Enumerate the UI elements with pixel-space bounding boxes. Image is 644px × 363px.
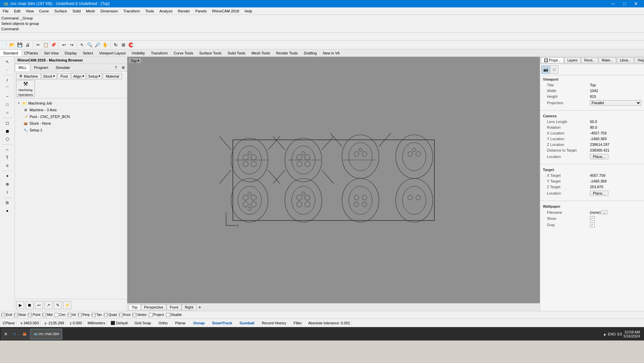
menu-item-mesh[interactable]: Mesh [83, 7, 98, 15]
osnap-btn[interactable]: Osnap [191, 321, 207, 325]
taskbar-firefox[interactable]: 🦊 [19, 329, 30, 339]
cam-help-btn[interactable]: ? [112, 64, 120, 71]
projection-select[interactable]: Parallel Perspective [590, 100, 641, 106]
text-tool[interactable]: T [2, 154, 13, 161]
start-button[interactable]: ⊞ [1, 329, 10, 339]
toolbar-tab-standard[interactable]: Standard [0, 50, 21, 56]
toolbar-tab-surface-tools[interactable]: Surface Tools [196, 50, 224, 56]
boolean-tool[interactable]: ⊕ [2, 180, 13, 188]
solid-tool[interactable]: ◼ [2, 127, 13, 135]
add-viewport-btn[interactable]: + [197, 304, 203, 310]
snap-item-project[interactable]: Project [149, 313, 164, 317]
menu-item-curve[interactable]: Curve [36, 7, 51, 15]
filter-btn[interactable]: Filter [291, 321, 304, 325]
circle-tool[interactable]: ○ [2, 109, 13, 116]
render-tool[interactable]: ● [2, 207, 13, 214]
toolbar-tab-visibility[interactable]: Visibility [129, 50, 148, 56]
snap-item-near[interactable]: ✓Near [14, 313, 26, 317]
menu-item-panels[interactable]: Panels [193, 7, 210, 15]
record-history-btn[interactable]: Record History [259, 321, 289, 325]
snap-item-quad[interactable]: ✓Quad [104, 313, 117, 317]
tree-item-post[interactable]: 📝 Post - CNC_STEP_BCN [22, 113, 126, 120]
show-checkbox[interactable]: ✓ [590, 216, 595, 221]
stock-dropdown[interactable]: Stock ▾ [42, 73, 57, 79]
tree-item-stock[interactable]: 📦 Stock - None [22, 120, 126, 127]
undo-btn[interactable]: ↩ [60, 41, 68, 49]
snap-item-vertex[interactable]: ✓Vertex [132, 313, 146, 317]
vp-tab-right[interactable]: Right [182, 304, 197, 310]
point-tool[interactable]: · [2, 66, 13, 74]
machine-btn[interactable]: ⚙ Machine [16, 73, 41, 79]
cam-bottom-btn4[interactable]: ↗ [44, 301, 52, 309]
toolbar-tab-mesh-tools[interactable]: Mesh Tools [248, 50, 273, 56]
right-tab-materials[interactable]: Mater... [599, 57, 616, 63]
snap-item-point[interactable]: ✓Point [28, 313, 40, 317]
right-tab-library[interactable]: Librar... [617, 57, 634, 63]
right-tab-render[interactable]: Rend... [581, 57, 598, 63]
smarttrack-btn[interactable]: SmartTrack [210, 321, 234, 325]
command-input-field[interactable] [21, 27, 88, 31]
menu-item-file[interactable]: File [0, 7, 11, 15]
gumball-btn[interactable]: Gumball [237, 321, 257, 325]
polyline-tool[interactable]: ⌒ [2, 85, 13, 92]
redo-btn[interactable]: ↪ [68, 41, 75, 49]
cam-tab-simulate[interactable]: Simulate [52, 64, 74, 71]
view-btn-camera[interactable]: 📷 [542, 66, 550, 74]
menu-item-transform[interactable]: Transform [121, 7, 143, 15]
snap-item-disable[interactable]: Disable [166, 313, 182, 317]
sys-tray-expand[interactable]: ▲ [603, 332, 607, 336]
menu-item-solid[interactable]: Solid [70, 7, 83, 15]
toolbar-tab-select[interactable]: Select [80, 50, 96, 56]
hatch-tool[interactable]: ≡ [2, 162, 13, 169]
zoom-in-btn[interactable]: 🔍 [86, 41, 93, 49]
viewport-canvas[interactable]: y x [127, 57, 540, 303]
snap-item-perp[interactable]: ✓Perp [78, 313, 90, 317]
analyze-tool[interactable]: i [2, 189, 13, 196]
dim-tool[interactable]: ↔ [2, 146, 13, 153]
place-target-btn[interactable]: Place... [590, 191, 608, 196]
ortho-btn[interactable]: Ortho [156, 321, 170, 325]
menu-item-rhinocam-2018[interactable]: RhinoCAM 2018 [209, 7, 242, 15]
cam-bottom-btn1[interactable]: ▶ [16, 301, 24, 309]
right-tab-help[interactable]: Help [635, 57, 644, 63]
rect-tool[interactable]: □ [2, 101, 13, 108]
grid-snap-btn[interactable]: Grid Snap [132, 321, 154, 325]
cut-btn[interactable]: ✂ [34, 41, 42, 49]
open-btn[interactable]: 📂 [8, 41, 16, 49]
snap-item-knot[interactable]: ✓Knot [119, 313, 131, 317]
setup-dropdown[interactable]: Setup ▾ [87, 73, 102, 79]
transform-tool[interactable]: ✦ [2, 172, 13, 180]
post-btn[interactable]: Post [57, 73, 71, 79]
zoom-out-btn[interactable]: 🔎 [94, 41, 101, 49]
toolbar-tab-solid-tools[interactable]: Solid Tools [224, 50, 248, 56]
cam-bottom-btn5[interactable]: ✎ [54, 301, 62, 309]
copy-btn[interactable]: 📋 [42, 41, 49, 49]
select-btn[interactable]: ↖ [78, 41, 86, 49]
toolbar-tab-viewport-layout[interactable]: Viewport Layout [96, 50, 129, 56]
gray-checkbox[interactable]: ✓ [590, 223, 595, 227]
toolbar-tab-set-view[interactable]: Set View [41, 50, 61, 56]
planar-btn[interactable]: Planar [173, 321, 188, 325]
menu-item-analyze[interactable]: Analyze [157, 7, 175, 15]
toolbar-tab-display[interactable]: Display [61, 50, 80, 56]
machining-ops-btn[interactable]: ⚒ Machining Operations [16, 80, 35, 97]
tree-root[interactable]: ▼ 📁 Machining Job [16, 100, 126, 107]
menu-item-render[interactable]: Render [175, 7, 193, 15]
vp-tab-top[interactable]: Top [129, 304, 141, 310]
menu-item-tools[interactable]: Tools [143, 7, 157, 15]
tree-item-machine[interactable]: ⚙ Machine - 3 Axis [22, 107, 126, 113]
right-tab-layers[interactable]: Layers [564, 57, 581, 63]
toolbar-tab-new-in-v6[interactable]: New in V6 [320, 50, 343, 56]
snap-btn[interactable]: 🧲 [127, 41, 135, 49]
paste-btn[interactable]: 📌 [50, 41, 57, 49]
line-tool[interactable]: / [2, 77, 13, 84]
cam-bottom-btn3[interactable]: ↩ [35, 301, 43, 309]
print-btn[interactable]: 🖨 [24, 41, 31, 49]
toolbar-tab-cplanes[interactable]: CPlanes [21, 50, 41, 56]
taskbar-ie[interactable]: e [11, 329, 19, 339]
tree-item-setup[interactable]: 🔧 Setup 1 [22, 127, 126, 133]
toolbar-tab-transform[interactable]: Transform [148, 50, 171, 56]
pan-btn[interactable]: ✋ [101, 41, 109, 49]
right-tab-properties[interactable]: 🔲 Prope... [541, 57, 564, 63]
toolbar-tab-render-tools[interactable]: Render Tools [273, 50, 301, 56]
